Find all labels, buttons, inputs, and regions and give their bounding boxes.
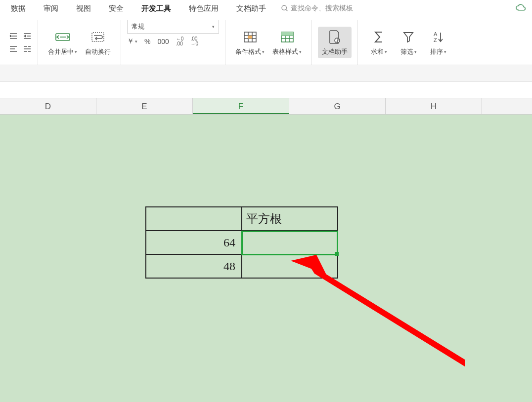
doc-helper-icon bbox=[326, 29, 343, 45]
table-style-button[interactable]: 表格样式▾ bbox=[268, 27, 306, 58]
svg-line-1 bbox=[286, 9, 287, 11]
cell-result-2[interactable] bbox=[242, 254, 338, 278]
cell-value-2[interactable]: 48 bbox=[146, 254, 242, 278]
column-header-E[interactable]: E bbox=[96, 98, 193, 114]
conditional-format-icon bbox=[242, 29, 259, 45]
doc-helper-button[interactable]: 文档助手 bbox=[318, 27, 352, 58]
currency-button[interactable]: ￥▾ bbox=[127, 37, 137, 46]
number-format-label: 常规 bbox=[132, 22, 144, 31]
auto-wrap-label: 自动换行 bbox=[85, 47, 111, 56]
cell-value-1[interactable]: 64 bbox=[146, 231, 242, 254]
doc-helper-group: 文档助手 bbox=[312, 20, 358, 65]
data-table: 平方根 64 48 bbox=[145, 206, 338, 279]
menu-bar: 数据 审阅 视图 安全 开发工具 特色应用 文档助手 查找命令、搜索模板 bbox=[0, 0, 532, 17]
menu-review[interactable]: 审阅 bbox=[35, 1, 67, 16]
merge-center-label: 合并居中 bbox=[48, 47, 74, 56]
merge-center-button[interactable]: 合并居中▾ bbox=[44, 27, 81, 58]
thousands-button[interactable]: 000 bbox=[157, 38, 169, 45]
sort-label: 排序 bbox=[430, 47, 443, 56]
column-header-D[interactable]: D bbox=[0, 98, 96, 114]
merge-center-icon bbox=[54, 29, 71, 45]
column-header-G[interactable]: G bbox=[289, 98, 386, 114]
number-format-select[interactable]: 常规 ▾ bbox=[127, 20, 219, 34]
sort-button[interactable]: AZ 排序▾ bbox=[423, 27, 453, 58]
menu-special-apps[interactable]: 特色应用 bbox=[180, 1, 227, 16]
svg-text:A: A bbox=[434, 31, 438, 37]
svg-point-32 bbox=[337, 41, 337, 42]
cell-empty-header[interactable] bbox=[146, 207, 242, 231]
increase-decimal-button[interactable]: ←0.00 bbox=[176, 37, 184, 46]
style-group: 条件格式▾ 表格样式▾ bbox=[225, 20, 312, 65]
align-icon-1[interactable] bbox=[9, 44, 18, 53]
sum-label: 求和 bbox=[371, 47, 384, 56]
spreadsheet-grid[interactable]: 平方根 64 48 bbox=[0, 115, 532, 402]
filter-icon bbox=[400, 29, 417, 45]
svg-rect-30 bbox=[281, 32, 293, 36]
svg-rect-24 bbox=[248, 36, 252, 39]
calc-group: 求和▾ 筛选▾ AZ 排序▾ bbox=[358, 20, 459, 65]
indent-group bbox=[3, 20, 38, 65]
indent-icon[interactable] bbox=[23, 32, 32, 40]
sum-button[interactable]: 求和▾ bbox=[364, 27, 394, 58]
cell-header-right[interactable]: 平方根 bbox=[242, 207, 338, 231]
conditional-format-label: 条件格式 bbox=[235, 47, 261, 56]
auto-wrap-button[interactable]: 自动换行 bbox=[81, 27, 115, 58]
gap bbox=[0, 82, 532, 98]
sort-icon: AZ bbox=[430, 29, 446, 45]
cell-result-1[interactable] bbox=[242, 231, 338, 254]
search-placeholder: 查找命令、搜索模板 bbox=[291, 4, 353, 13]
menu-data[interactable]: 数据 bbox=[2, 1, 35, 16]
doc-helper-label: 文档助手 bbox=[322, 47, 348, 56]
formula-bar-area[interactable] bbox=[0, 65, 532, 82]
filter-label: 筛选 bbox=[400, 47, 413, 56]
align-icon-2[interactable] bbox=[23, 44, 32, 53]
column-header-H[interactable]: H bbox=[386, 98, 482, 114]
search-icon bbox=[281, 4, 289, 12]
conditional-format-button[interactable]: 条件格式▾ bbox=[231, 27, 268, 58]
table-style-icon bbox=[279, 29, 296, 45]
table-style-label: 表格样式 bbox=[272, 47, 298, 56]
number-format-group: 常规 ▾ ￥▾ % 000 ←0.00 .00→0 bbox=[121, 20, 225, 65]
column-headers: DEFGH bbox=[0, 98, 532, 115]
ribbon: 合并居中▾ 自动换行 常规 ▾ ￥▾ % 000 ←0.00 .00→0 bbox=[0, 17, 532, 65]
auto-wrap-icon bbox=[89, 29, 106, 45]
column-header-F[interactable]: F bbox=[193, 98, 289, 114]
menu-devtools[interactable]: 开发工具 bbox=[133, 1, 180, 16]
menu-view[interactable]: 视图 bbox=[67, 1, 100, 16]
menu-doc-helper[interactable]: 文档助手 bbox=[227, 1, 275, 16]
cloud-sync-icon[interactable] bbox=[515, 3, 527, 14]
sum-icon bbox=[370, 29, 387, 45]
svg-text:Z: Z bbox=[434, 37, 437, 43]
percent-button[interactable]: % bbox=[144, 38, 150, 45]
decrease-decimal-button[interactable]: .00→0 bbox=[190, 37, 198, 46]
menu-security[interactable]: 安全 bbox=[100, 1, 133, 16]
dropdown-icon: ▾ bbox=[75, 49, 77, 54]
svg-point-0 bbox=[282, 5, 286, 10]
search-box[interactable]: 查找命令、搜索模板 bbox=[281, 4, 353, 13]
merge-wrap-group: 合并居中▾ 自动换行 bbox=[38, 20, 121, 65]
outdent-icon[interactable] bbox=[9, 32, 18, 40]
filter-button[interactable]: 筛选▾ bbox=[394, 27, 423, 58]
dropdown-icon: ▾ bbox=[212, 24, 215, 29]
